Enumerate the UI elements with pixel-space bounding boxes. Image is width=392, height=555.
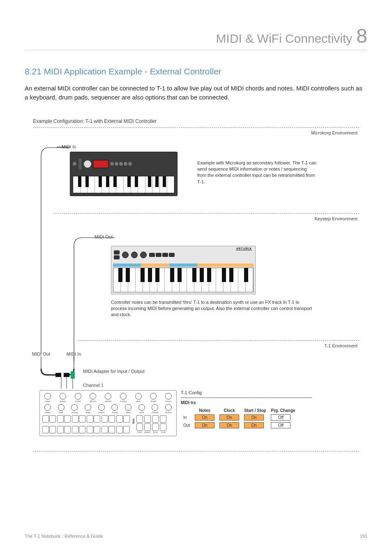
env1-caption: Example with Microkorg as secondary foll… <box>197 160 316 185</box>
t1-knob-voicing: voicing <box>69 404 80 414</box>
config-cell: On <box>219 422 239 428</box>
t1-knob-pace: pace <box>56 404 67 414</box>
t1-knob-velocity: velocity <box>103 393 113 402</box>
t1-pad-bank <box>136 415 143 423</box>
t1-logo: tiso <box>132 419 135 423</box>
diagram: Microkorg Environment MIDI In <box>33 127 359 451</box>
config-cell: Off <box>271 414 291 421</box>
config-col-start-stop: Start / Stop <box>242 407 268 414</box>
t1-config-block: T-1 Config MIDI trs NotesClockStart / St… <box>181 390 312 429</box>
t1-pad-pattern: pattern <box>144 423 151 433</box>
t1-pad-mute <box>160 415 166 423</box>
config-cell: On <box>195 422 214 428</box>
svg-rect-3 <box>64 373 69 377</box>
env3-label: T-1 Environment <box>33 341 359 348</box>
t1-pad-bank: bank <box>136 423 143 433</box>
config-cell: Off <box>271 422 291 428</box>
config-cell: On <box>219 414 239 421</box>
t1-knob-scale: scale <box>136 404 147 414</box>
channel-label: Channel 1 <box>83 383 104 388</box>
t1-knob-delay: delay <box>123 404 134 414</box>
t1-knob-offsets: offsets <box>42 404 53 414</box>
keystep-device: ARTURIA <box>111 246 256 294</box>
env2-label: Keystep Environment <box>33 214 359 221</box>
config-title: T-1 Config <box>181 390 312 395</box>
midi-in-label-t1: MIDI In <box>67 352 81 356</box>
t1-knob-sustain: sustain <box>118 393 129 402</box>
page-footer: The T-1 Notebook : Reference & Guide 191 <box>25 534 367 539</box>
config-table: NotesClockStart / StopPrg. Change InOnOn… <box>181 407 297 429</box>
svg-rect-2 <box>55 373 61 377</box>
t1-pad-temp: temp <box>152 423 159 433</box>
config-cell: On <box>195 414 214 421</box>
svg-rect-4 <box>71 371 75 379</box>
config-row-in: In <box>181 414 192 421</box>
t1-pad-pattern <box>144 415 151 423</box>
footer-left: The T-1 Notebook : Reference & Guide <box>25 534 103 539</box>
t1-device: stepspulsescyclesdivisionvelocitysustain… <box>39 390 177 436</box>
chapter-title: MIDI & WiFi Connectivity <box>216 32 353 46</box>
config-col-clock: Clock <box>217 407 242 414</box>
footer-page-number: 191 <box>360 534 367 539</box>
env1-label: Microkorg Environment <box>33 128 359 135</box>
t1-knob-pitch: pitch <box>133 393 144 402</box>
t1-knob-accent: accent <box>96 404 107 414</box>
t1-knob-timing: timing <box>109 404 120 414</box>
config-sub: MIDI trs <box>181 400 312 405</box>
t1-knob-length: length <box>148 393 159 402</box>
t1-pad-temp <box>152 415 159 423</box>
midi-adapter-icon <box>33 356 115 393</box>
t1-knob-cycles: cycles <box>73 393 83 402</box>
t1-knob-random: random <box>163 404 174 414</box>
chapter-header: MIDI & WiFi Connectivity 8 <box>25 25 367 50</box>
body-text: An external MIDI controller can be conne… <box>25 84 367 102</box>
t1-knob-range: range <box>83 404 93 414</box>
example-config-label: Example Configuration: T-1 with External… <box>33 118 367 124</box>
arturia-brand: ARTURIA <box>236 247 252 250</box>
env2-caption: Controller notes can be transmitted 'thr… <box>111 299 316 318</box>
midi-out-label-t1: MIDI Out <box>32 352 50 356</box>
adapter-label: MIDI Adapter for Input / Output <box>83 369 145 374</box>
config-col-prg-change: Prg. Change <box>268 407 297 414</box>
microkorg-device <box>70 152 178 196</box>
config-cell: On <box>244 414 264 421</box>
t1-knob-tempo: tempo <box>163 393 174 402</box>
t1-pad-mute: mute <box>160 423 166 433</box>
t1-knob-division: division <box>88 393 98 402</box>
config-cell: On <box>244 422 264 428</box>
t1-knob-pulses: pulses <box>58 393 68 402</box>
midi-out-label-keystep: MIDI Out <box>95 234 113 239</box>
t1-knob-channel: channel <box>150 404 160 414</box>
config-row-out: Out <box>181 421 192 429</box>
config-col-notes: Notes <box>192 407 217 414</box>
chapter-number: 8 <box>356 25 367 47</box>
t1-knob-steps: steps <box>42 393 53 402</box>
section-heading: 8.21 MIDI Application Example - External… <box>25 67 367 76</box>
